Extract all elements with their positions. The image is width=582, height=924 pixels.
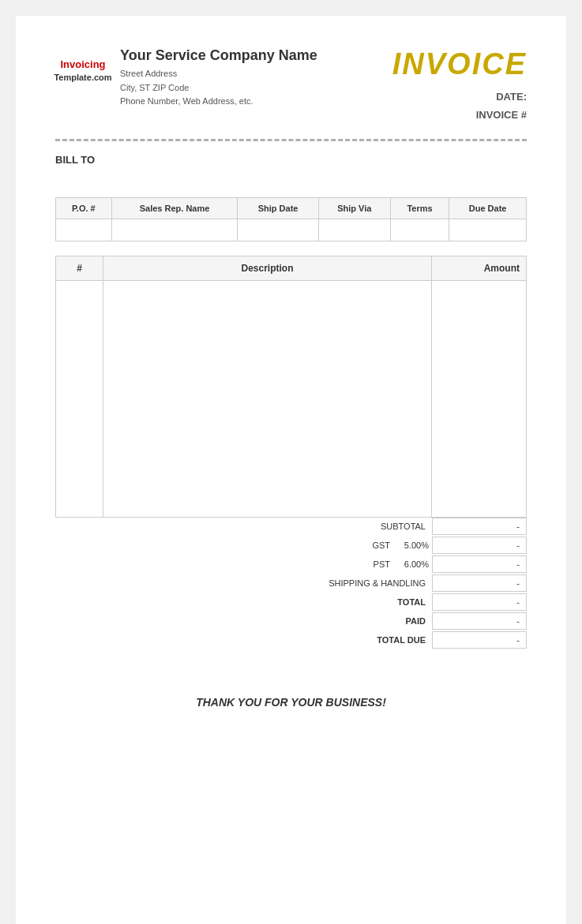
pst-pct: 6.00% [396, 559, 432, 569]
gst-value: - [432, 537, 527, 554]
shipping-value: - [432, 574, 527, 592]
item-desc-cell[interactable] [103, 280, 432, 517]
subtotal-label: SUBTOTAL [290, 522, 432, 531]
info-table-header-row: P.O. # Sales Rep. Name Ship Date Ship Vi… [56, 197, 527, 219]
shipping-line: SHIPPING & HANDLING - [55, 574, 527, 592]
subtotal-line: SUBTOTAL - [55, 518, 527, 535]
total-value: - [432, 593, 527, 611]
company-info: Your Service Company Name Street Address… [120, 47, 317, 109]
gst-line: GST 5.00% - [55, 537, 527, 554]
pst-value: - [432, 556, 527, 573]
company-city: City, ST ZIP Code [120, 81, 317, 95]
totals-wrapper: SUBTOTAL - GST 5.00% - PST 6.00% - SHIPP… [55, 518, 527, 649]
paid-line: PAID - [55, 612, 527, 630]
cell-due-date[interactable] [449, 219, 527, 241]
divider [55, 139, 527, 141]
cell-ship-via[interactable] [318, 219, 390, 241]
pst-line: PST 6.00% - [55, 556, 527, 573]
pst-label: PST [254, 559, 396, 569]
paid-value: - [432, 612, 527, 630]
subtotal-value: - [432, 518, 527, 535]
item-amount-cell[interactable] [432, 280, 527, 517]
shipping-label: SHIPPING & HANDLING [290, 578, 432, 588]
total-due-line: TOTAL DUE - [55, 631, 527, 649]
col-num: # [56, 256, 103, 280]
col-sales-rep: Sales Rep. Name [111, 197, 238, 219]
logo: Invoicing Template.com [55, 47, 111, 95]
logo-template: Template.com [54, 72, 111, 83]
company-details: Street Address City, ST ZIP Code Phone N… [120, 67, 317, 109]
total-label: TOTAL [290, 597, 432, 607]
col-po: P.O. # [56, 197, 112, 219]
gst-label: GST [254, 541, 396, 550]
invoice-title: INVOICE [392, 47, 527, 81]
header-left: Invoicing Template.com Your Service Comp… [55, 47, 317, 109]
company-contact: Phone Number, Web Address, etc. [120, 95, 317, 109]
total-line: TOTAL - [55, 593, 527, 611]
info-table-data-row [56, 219, 527, 241]
gst-pct: 5.00% [396, 541, 432, 550]
cell-po[interactable] [56, 219, 112, 241]
logo-invoicing: Invoicing [60, 58, 105, 72]
item-num-cell[interactable] [56, 280, 103, 517]
total-due-label: TOTAL DUE [290, 635, 432, 645]
col-due-date: Due Date [449, 197, 527, 219]
col-terms: Terms [390, 197, 449, 219]
bill-to-section: BILL TO [55, 154, 527, 166]
items-body-row [56, 280, 527, 517]
col-description: Description [103, 256, 432, 280]
cell-sales-rep[interactable] [111, 219, 238, 241]
col-ship-via: Ship Via [318, 197, 390, 219]
total-due-value: - [432, 631, 527, 649]
items-header-row: # Description Amount [56, 256, 527, 280]
thank-you: THANK YOU FOR YOUR BUSINESS! [55, 696, 527, 709]
cell-terms[interactable] [390, 219, 449, 241]
company-street: Street Address [120, 67, 317, 81]
info-table: P.O. # Sales Rep. Name Ship Date Ship Vi… [55, 197, 527, 241]
bill-to-label: BILL TO [55, 154, 527, 166]
header: Invoicing Template.com Your Service Comp… [55, 47, 527, 125]
date-label: DATE: [392, 88, 527, 106]
header-right: INVOICE DATE: INVOICE # [392, 47, 527, 125]
company-name: Your Service Company Name [120, 47, 317, 64]
items-table: # Description Amount [55, 256, 527, 518]
paid-label: PAID [290, 616, 432, 626]
invoice-number-label: INVOICE # [392, 106, 527, 124]
cell-ship-date[interactable] [238, 219, 318, 241]
col-amount: Amount [432, 256, 527, 280]
col-ship-date: Ship Date [238, 197, 318, 219]
invoice-meta: DATE: INVOICE # [392, 88, 527, 125]
invoice-page: Invoicing Template.com Your Service Comp… [16, 16, 566, 924]
